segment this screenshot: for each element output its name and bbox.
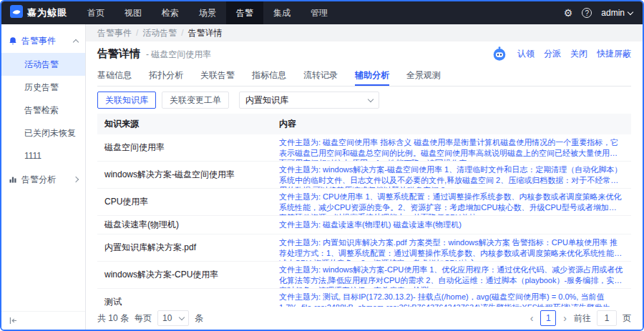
nav-item-search[interactable]: 检索 (152, 1, 189, 24)
sidebar-group-label: 告警分析 (21, 174, 69, 186)
table-row: 内置知识库解决方案.pdf文件主题为: 内置知识库解决方案.pdf 方案类型：w… (97, 234, 631, 262)
sidebar-footer (1, 311, 85, 330)
knowledge-source[interactable]: CPU使用率 (97, 193, 272, 211)
knowledge-source[interactable]: 测试 (97, 293, 272, 307)
nav-item-alerts[interactable]: 告警 (226, 1, 263, 24)
pagination: 共 10 条 每页 10 条 ‹ 1 › 前往 1 页 (97, 307, 631, 330)
per-page-value: 10 (162, 313, 172, 323)
sidebar-collapse-icon[interactable] (9, 316, 18, 325)
knowledge-content-link[interactable]: 文件主题为: 测试, 目标IP(172.30.13.2)- 挂载点(/home)… (272, 289, 631, 307)
sidebar: 告警事件活动告警历史告警告警检索已关闭未恢复1111告警分析 (1, 24, 86, 330)
knowledge-content-link[interactable]: 文件主题为: 内置知识库解决方案.pdf 方案类型：windows解决方案 告警… (272, 234, 631, 261)
sidebar-item-closed-unrecovered[interactable]: 已关闭未恢复 (1, 122, 85, 144)
detail-card: 告警详情- 磁盘空间使用率 认领分派关闭快捷屏蔽 基础信息拓扑分析关联告警指标信… (86, 41, 643, 330)
table-row: 磁盘读速率(物理机)文件主题为: 磁盘读速率(物理机) 磁盘读速率(物理机) (97, 216, 631, 234)
chevron-up-icon (73, 39, 79, 44)
body-row: 告警事件活动告警历史告警告警检索已关闭未恢复1111告警分析 告警事件/活动告警… (1, 24, 643, 330)
chevron-right-icon (73, 177, 79, 182)
prev-page-button[interactable]: ‹ (529, 312, 535, 324)
user-menu[interactable]: admin (601, 8, 633, 18)
current-page-button[interactable]: 1 (540, 310, 556, 326)
knowledge-source[interactable]: 内置知识库解决方案.pdf (97, 239, 272, 257)
nav-item-home[interactable]: 首页 (77, 1, 114, 24)
knowledge-source[interactable]: windows解决方案-磁盘空间使用率 (97, 166, 272, 184)
user-name: admin (601, 8, 625, 18)
per-page-select[interactable]: 10 (157, 310, 189, 326)
total-count: 共 10 条 (97, 312, 129, 325)
action-assign[interactable]: 分派 (544, 48, 561, 60)
nav-item-management[interactable]: 管理 (301, 1, 338, 24)
column-header-source: 知识来源 (97, 114, 272, 134)
main-content: 告警事件/活动告警/告警详情 告警详情- 磁盘空间使用率 认领分派关闭快捷屏蔽 … (86, 24, 643, 330)
analysis-chart-icon (9, 175, 17, 184)
knowledge-content-link[interactable]: 文件主题为: CPU使用率 1、调整系统配置：通过调整操作系统参数、内核参数或者… (272, 189, 631, 215)
sidebar-group-alert-events[interactable]: 告警事件 (1, 29, 85, 53)
per-page-suffix: 条 (195, 312, 203, 325)
knowledge-source[interactable]: 磁盘读速率(物理机) (97, 216, 272, 234)
breadcrumb-item: 告警详情 (188, 27, 223, 39)
breadcrumb-item[interactable]: 活动告警 (142, 27, 177, 39)
ai-robot-icon[interactable] (491, 45, 508, 62)
tab-auxiliary-analysis[interactable]: 辅助分析 (355, 66, 389, 86)
sidebar-item-1111[interactable]: 1111 (1, 144, 85, 167)
app-title: 嘉为鲸眼 (27, 6, 67, 19)
table-row: windows解决方案-CPU使用率文件主题为: windows解决方案-CPU… (97, 262, 631, 289)
chevron-down-icon (179, 314, 185, 320)
knowledge-source[interactable]: 磁盘空间使用率 (97, 139, 272, 157)
chevron-down-icon (628, 9, 633, 14)
tab-basic-info[interactable]: 基础信息 (97, 66, 132, 86)
knowledge-content-link[interactable]: 文件主题为: 磁盘读速率(物理机) 磁盘读速率(物理机) (272, 217, 631, 233)
tab-metric-info[interactable]: 指标信息 (252, 66, 286, 86)
settings-gear-icon[interactable]: ⚙ (564, 8, 573, 18)
header-action-links: 认领分派关闭快捷屏蔽 (517, 48, 631, 60)
knowledge-base-select[interactable]: 内置知识库 (239, 92, 379, 109)
next-page-button[interactable]: › (562, 312, 568, 324)
sidebar-group-label: 告警事件 (21, 35, 69, 47)
page-title: 告警详情 (97, 47, 140, 59)
navbar-right: ⚙ ? admin (554, 8, 643, 18)
top-navbar: 嘉为鲸眼 首页视图检索场景告警集成管理 ⚙ ? admin (1, 1, 643, 24)
table-row: windows解决方案-磁盘空间使用率文件主题为: windows解决方案-磁盘… (97, 162, 631, 189)
sidebar-group-alert-analysis[interactable]: 告警分析 (1, 167, 85, 192)
alarm-bell-icon (9, 36, 17, 45)
knowledge-base-select-value: 内置知识库 (245, 94, 288, 107)
app-logo: 嘉为鲸眼 (1, 5, 77, 21)
action-close[interactable]: 关闭 (570, 48, 587, 60)
tab-topology-analysis[interactable]: 拓扑分析 (149, 66, 183, 86)
tab-panorama-observation[interactable]: 全景观测 (406, 66, 441, 86)
table-row: 测试文件主题为: 测试, 目标IP(172.30.13.2)- 挂载点(/hom… (97, 289, 631, 307)
knowledge-source[interactable]: windows解决方案-CPU使用率 (97, 266, 272, 284)
page-title-wrap: 告警详情- 磁盘空间使用率 (97, 47, 211, 61)
sidebar-item-alert-search[interactable]: 告警检索 (1, 99, 85, 122)
table-row: CPU使用率文件主题为: CPU使用率 1、调整系统配置：通过调整操作系统参数、… (97, 189, 631, 216)
nav-item-scenes[interactable]: 场景 (189, 1, 226, 24)
sidebar-item-active-alerts[interactable]: 活动告警 (1, 53, 85, 76)
table-body: 磁盘空间使用率文件主题为: 磁盘空间使用率 指标含义 磁盘使用率是衡量计算机磁盘… (97, 134, 631, 307)
help-icon[interactable]: ? (582, 8, 592, 18)
breadcrumb-item[interactable]: 告警事件 (97, 27, 132, 39)
pagination-left: 共 10 条 每页 10 条 (97, 310, 203, 326)
nav-item-views[interactable]: 视图 (114, 1, 152, 24)
action-claim[interactable]: 认领 (517, 48, 535, 60)
pagination-right: ‹ 1 › 前往 1 页 (529, 310, 631, 326)
chevron-down-icon (368, 96, 374, 102)
related-change-ticket-button[interactable]: 关联变更工单 (162, 92, 229, 109)
table-row: 磁盘空间使用率文件主题为: 磁盘空间使用率 指标含义 磁盘使用率是衡量计算机磁盘… (97, 134, 631, 162)
action-quick-mute[interactable]: 快捷屏蔽 (597, 48, 631, 60)
knowledge-content-link[interactable]: 文件主题为: windows解决方案-磁盘空间使用率 1、清理临时文件和日志：定… (272, 162, 631, 188)
nav-item-integrations[interactable]: 集成 (263, 1, 301, 24)
goto-suffix: 页 (623, 312, 631, 325)
page-subtitle: - 磁盘空间使用率 (146, 49, 211, 59)
breadcrumb-separator: / (181, 28, 183, 38)
toolbar: 关联知识库关联变更工单 内置知识库 (97, 87, 631, 114)
knowledge-content-link[interactable]: 文件主题为: windows解决方案-CPU使用率 1、优化应用程序：通过优化代… (272, 262, 631, 288)
tab-flow-records[interactable]: 流转记录 (303, 66, 338, 86)
tab-bar: 基础信息拓扑分析关联告警指标信息流转记录辅助分析全景观测 (97, 66, 631, 87)
knowledge-content-link[interactable]: 文件主题为: 磁盘空间使用率 指标含义 磁盘使用率是衡量计算机磁盘使用情况的一个… (272, 134, 631, 161)
tab-related-alerts[interactable]: 关联告警 (200, 66, 235, 86)
column-header-content: 内容 (272, 114, 631, 134)
goto-label: 前往 (574, 312, 591, 325)
sidebar-item-history-alerts[interactable]: 历史告警 (1, 76, 85, 99)
goto-page-input[interactable]: 1 (597, 310, 617, 326)
related-knowledge-button[interactable]: 关联知识库 (97, 92, 156, 109)
